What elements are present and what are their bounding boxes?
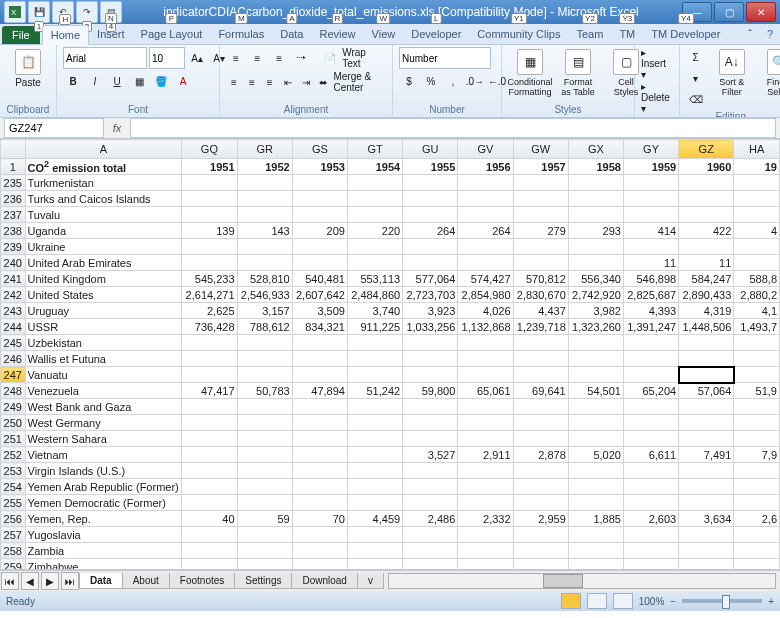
cell[interactable] <box>734 175 780 191</box>
cell[interactable] <box>458 559 513 571</box>
tab-review[interactable]: ReviewR <box>311 25 363 44</box>
cell[interactable]: 545,233 <box>182 271 237 287</box>
cell[interactable] <box>182 447 237 463</box>
cell[interactable] <box>679 415 734 431</box>
cell[interactable]: 4,393 <box>623 303 678 319</box>
cell[interactable]: 4 <box>734 223 780 239</box>
cell[interactable]: 51,242 <box>347 383 402 399</box>
cell[interactable]: Zambia <box>25 543 182 559</box>
cell[interactable]: 584,247 <box>679 271 734 287</box>
merge-center-button[interactable]: ⬌ <box>316 72 332 92</box>
cell[interactable]: 3,740 <box>347 303 402 319</box>
cell[interactable]: 1,323,260 <box>568 319 623 335</box>
cell[interactable] <box>182 335 237 351</box>
cell[interactable] <box>568 559 623 571</box>
column-header-GU[interactable]: GU <box>403 140 458 159</box>
cell[interactable] <box>403 415 458 431</box>
cell[interactable]: 3,634 <box>679 511 734 527</box>
cell[interactable] <box>347 543 402 559</box>
tab-view[interactable]: ViewW <box>364 25 404 44</box>
cell[interactable] <box>734 351 780 367</box>
tab-team[interactable]: TeamY2 <box>568 25 611 44</box>
tab-tm[interactable]: TMY3 <box>611 25 643 44</box>
cell[interactable]: 4,026 <box>458 303 513 319</box>
cell[interactable] <box>679 335 734 351</box>
cell[interactable]: Zimbabwe <box>25 559 182 571</box>
cell[interactable]: 574,427 <box>458 271 513 287</box>
format-as-table-button[interactable]: ▤Format as Table <box>556 47 600 99</box>
cell[interactable] <box>679 431 734 447</box>
cell[interactable]: 788,612 <box>237 319 292 335</box>
cell[interactable] <box>513 175 568 191</box>
zoom-in-button[interactable]: + <box>768 596 774 607</box>
row-header-240[interactable]: 240 <box>1 255 26 271</box>
cell[interactable] <box>568 399 623 415</box>
cell[interactable] <box>347 495 402 511</box>
cell[interactable] <box>458 463 513 479</box>
cell[interactable] <box>679 479 734 495</box>
cell[interactable] <box>458 527 513 543</box>
currency-icon[interactable]: $ <box>399 71 419 91</box>
cell[interactable] <box>403 239 458 255</box>
cell[interactable] <box>623 367 678 383</box>
row-header-256[interactable]: 256 <box>1 511 26 527</box>
italic-button[interactable]: I <box>85 71 105 91</box>
row-header-242[interactable]: 242 <box>1 287 26 303</box>
decrease-indent-icon[interactable]: ⇤ <box>280 72 296 92</box>
cell[interactable] <box>237 415 292 431</box>
cell[interactable] <box>679 175 734 191</box>
column-header-GY[interactable]: GY <box>623 140 678 159</box>
cell[interactable]: 264 <box>403 223 458 239</box>
cell[interactable] <box>347 431 402 447</box>
underline-button[interactable]: U <box>107 71 127 91</box>
cell[interactable] <box>182 239 237 255</box>
sheet-tab-data[interactable]: Data <box>79 573 123 589</box>
cell[interactable]: 1955 <box>403 159 458 175</box>
sheet-nav-first[interactable]: ⏮ <box>1 572 19 590</box>
cell[interactable]: 279 <box>513 223 568 239</box>
cell[interactable]: 40 <box>182 511 237 527</box>
cell[interactable] <box>347 175 402 191</box>
cell[interactable] <box>347 207 402 223</box>
cell[interactable]: 1956 <box>458 159 513 175</box>
cell[interactable]: 51,9 <box>734 383 780 399</box>
percent-icon[interactable]: % <box>421 71 441 91</box>
sheet-tab-settings[interactable]: Settings <box>234 573 292 589</box>
cell[interactable]: 1953 <box>292 159 347 175</box>
cell[interactable] <box>679 351 734 367</box>
cell[interactable] <box>403 559 458 571</box>
row-header-255[interactable]: 255 <box>1 495 26 511</box>
find-select-button[interactable]: 🔍Find & Select <box>758 47 780 99</box>
cell[interactable]: Turks and Caicos Islands <box>25 191 182 207</box>
cell[interactable] <box>347 527 402 543</box>
column-header-GT[interactable]: GT <box>347 140 402 159</box>
cell[interactable]: 50,783 <box>237 383 292 399</box>
cell[interactable]: 736,428 <box>182 319 237 335</box>
cell[interactable] <box>237 255 292 271</box>
row-header-246[interactable]: 246 <box>1 351 26 367</box>
cell[interactable] <box>568 543 623 559</box>
font-name-select[interactable] <box>63 47 147 69</box>
cell[interactable] <box>568 415 623 431</box>
cell[interactable] <box>292 415 347 431</box>
cell[interactable] <box>679 543 734 559</box>
cell[interactable]: 1960 <box>679 159 734 175</box>
tab-insert[interactable]: InsertN <box>89 25 133 44</box>
delete-cells-button[interactable]: ▸ Delete ▾ <box>641 81 673 114</box>
row-header-244[interactable]: 244 <box>1 319 26 335</box>
cell[interactable] <box>237 543 292 559</box>
cell[interactable] <box>237 367 292 383</box>
cell[interactable] <box>513 527 568 543</box>
cell[interactable] <box>403 351 458 367</box>
cell[interactable] <box>458 191 513 207</box>
cell[interactable] <box>182 495 237 511</box>
cell[interactable]: 2,880,2 <box>734 287 780 303</box>
align-left-icon[interactable]: ≡ <box>226 72 242 92</box>
cell[interactable] <box>734 399 780 415</box>
paste-button[interactable]: 📋Paste <box>6 47 50 90</box>
cell[interactable] <box>734 495 780 511</box>
cell[interactable]: 834,321 <box>292 319 347 335</box>
cell[interactable] <box>292 559 347 571</box>
cell[interactable]: 4,437 <box>513 303 568 319</box>
cell[interactable] <box>513 367 568 383</box>
